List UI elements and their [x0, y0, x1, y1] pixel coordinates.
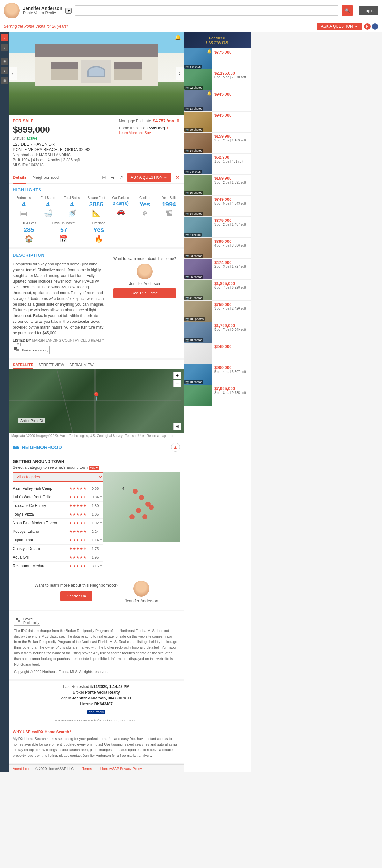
myidx-section: WHY USE myIDX Home Search? MyIDX Home Se…: [9, 726, 184, 762]
mortgage-row: Mortgage Estimate $4,757 /mo 🖩: [119, 119, 180, 123]
login-button[interactable]: Login: [359, 6, 378, 15]
property-images: ‹ › 🔔: [9, 32, 184, 115]
listing-item[interactable]: 📷 20 photos $945,000: [184, 112, 251, 132]
listing-item[interactable]: 📷 33 photos $899,000 4 bd | 4 ba | 3,886…: [184, 238, 251, 259]
listing-item[interactable]: 📷 41 photos $1,895,000 6 bd | 7 ba | 6,2…: [184, 280, 251, 301]
map-tab-satellite[interactable]: SATELLITE: [13, 363, 33, 369]
highlight-sqft: Square Feet 3886 📐: [85, 196, 107, 218]
search-button[interactable]: 🔍: [342, 5, 353, 16]
star-full-icon: ★: [69, 538, 72, 542]
mortgage-amount: $4,757 /mo: [153, 119, 174, 123]
map-zoom-in-btn[interactable]: +: [173, 372, 181, 379]
listing-thumbnail: 📷 14 photos: [184, 132, 212, 153]
notification-bell-icon[interactable]: 🔔: [175, 34, 181, 40]
ask-question-header-btn[interactable]: ASK A QUESTION →: [317, 23, 361, 30]
next-image-btn[interactable]: ›: [176, 67, 184, 80]
prev-image-btn[interactable]: ‹: [9, 67, 17, 80]
nbr-agent-avatar: [133, 581, 149, 596]
share-btn[interactable]: ↗: [119, 174, 123, 180]
poi-item: Palm Valley Fish Camp ★★★★★ 0.86 mi: [13, 484, 103, 493]
agent-login-link[interactable]: Agent Login: [13, 767, 32, 771]
bedrooms-label: Bedrooms: [13, 196, 34, 199]
facebook-icon[interactable]: f: [372, 23, 378, 30]
sqft-label: Square Feet: [85, 196, 107, 199]
address-line1: 128 DEER HAVEN DR: [13, 142, 114, 147]
map-fullscreen-btn[interactable]: ⊞: [173, 423, 181, 430]
home-icon[interactable]: ⌂: [1, 44, 8, 51]
map-tab-street[interactable]: STREET VIEW: [38, 363, 64, 369]
svg-rect-1: [16, 349, 19, 351]
contact-me-button[interactable]: Contact Me: [60, 591, 92, 601]
print-icon-btn[interactable]: ⊟: [102, 174, 106, 180]
star-full-icon: ★: [83, 487, 86, 491]
listing-item[interactable]: $7,995,000 8 bd | 8 ba | 9,735 sqft: [184, 385, 251, 406]
listing-price: $159,990: [214, 134, 249, 138]
listing-item[interactable]: $249,000: [184, 343, 251, 364]
close-details-btn[interactable]: ✕: [175, 174, 180, 181]
listing-info: $945,000: [212, 112, 251, 132]
property-main-info: FOR SALE $899,000 Status: active 128 DEE…: [13, 119, 114, 168]
see-home-button[interactable]: See This Home: [113, 288, 176, 298]
listing-thumbnail: 📷 16 photos: [184, 175, 212, 195]
tab-neighborhood[interactable]: Neighborhood: [33, 172, 59, 184]
listing-item[interactable]: 📷 14 photos $159,990 3 bd | 2 ba | 1,169…: [184, 132, 251, 154]
calculator-icon[interactable]: 🖩: [176, 119, 180, 123]
search-input[interactable]: [75, 5, 338, 16]
listing-item[interactable]: 🔔 📷 13 photos $945,000: [184, 91, 251, 112]
poi-item: Aqua Grill ★★★★★ 1.95 mi: [13, 553, 103, 562]
agent-dropdown[interactable]: ▾: [65, 8, 72, 14]
poi-distance: 2.24 mi: [89, 530, 103, 533]
map-controls: + −: [173, 372, 181, 388]
listing-item[interactable]: 📷 18 photos $1,799,000 5 bd | 7 ba | 5,3…: [184, 322, 251, 343]
listing-item[interactable]: 📷 92 photos $2,195,000 6 bd | 5 ba | 7,0…: [184, 69, 251, 91]
photo-count: 📷 86 photos: [184, 275, 203, 279]
close-sidebar-icon[interactable]: ✕: [1, 34, 8, 41]
listing-thumbnail: 📷 7 photos: [184, 217, 212, 238]
broker-footer-value: Ponte Vedra Realty: [85, 690, 120, 695]
poi-distance: 1.80 mi: [89, 504, 103, 507]
listing-details: 6 bd | 7 ba | 6,228 sqft: [214, 286, 249, 289]
listing-item[interactable]: 🔔 📷 8 photos $775,000: [184, 49, 251, 69]
listing-item[interactable]: 📷 18 photos $900,000 5 bd | 4 ba | 3,507…: [184, 364, 251, 385]
satellite-icon[interactable]: ⊞: [1, 58, 8, 65]
highlight-parking: Car Parking 3 car(s) 🚗: [110, 196, 131, 218]
tab-details[interactable]: Details: [13, 172, 26, 184]
star-full-icon: ★: [80, 504, 83, 508]
listing-item[interactable]: 📷 14 photos $749,000 5 bd | 5 ba | 4,543…: [184, 196, 251, 217]
grid-icon[interactable]: ⊟: [1, 77, 8, 84]
listing-details: 5 bd | 5 ba | 4,543 sqft: [214, 202, 249, 205]
poi-distance: 1.75 mi: [89, 547, 103, 551]
listing-thumbnail: 📷 86 photos: [184, 259, 212, 279]
listing-price: $249,000: [214, 344, 249, 349]
content-area: ‹ › 🔔 FOR SALE $899,000 Status: active 1…: [9, 32, 184, 772]
svg-rect-14: [18, 620, 20, 622]
print-btn[interactable]: 🖨: [110, 175, 115, 180]
privacy-link[interactable]: HomeASAP Privacy Policy: [100, 767, 142, 771]
listing-item[interactable]: 📷 9 photos $62,900 1 bd | 1 ba | 401 sqf…: [184, 154, 251, 175]
bed-icon: 🛏: [13, 209, 34, 218]
listing-item[interactable]: 📷 100 photos $759,000 3 bd | 4 ba | 2,42…: [184, 301, 251, 322]
idx-broker-logo: BrokerReciprocity: [14, 617, 40, 625]
ask-question-tab-btn[interactable]: ASK A QUESTION →: [127, 173, 171, 182]
star-full-icon: ★: [69, 504, 72, 508]
listing-item[interactable]: 📷 16 photos $169,900 3 bd | 2 ba | 1,391…: [184, 175, 251, 196]
learn-more-link[interactable]: Learn More and Save!: [119, 131, 154, 134]
list-icon[interactable]: ≡: [1, 67, 8, 74]
pinterest-icon[interactable]: P: [364, 23, 371, 30]
category-dropdown[interactable]: All categories: [13, 472, 103, 482]
map-zoom-out-btn[interactable]: −: [173, 380, 181, 388]
photo-count: 📷 41 photos: [184, 296, 203, 300]
collapse-neighborhood-btn[interactable]: ▲: [171, 443, 180, 452]
sqft: 3,886 sqft: [63, 158, 80, 162]
poi-item: Trasca & Co Eatery ★★★★★ 1.80 mi: [13, 501, 103, 510]
listing-item[interactable]: 📷 7 photos $375,000 3 bd | 2 ba | 1,487 …: [184, 217, 251, 238]
star-full-icon: ★: [69, 555, 72, 560]
listing-item[interactable]: 📷 86 photos $474,900 2 bd | 3 ba | 1,727…: [184, 259, 251, 280]
poi-distance: 1.05 mi: [89, 513, 103, 516]
terms-link[interactable]: Terms: [82, 767, 92, 771]
highlight-bedrooms: Bedrooms 4 🛏: [13, 196, 34, 218]
listing-thumbnail: 🔔 📷 13 photos: [184, 91, 212, 111]
info-icon[interactable]: ℹ: [167, 126, 169, 130]
map-tab-aerial[interactable]: AERIAL VIEW: [69, 363, 94, 369]
poi-items-container: Palm Valley Fish Camp ★★★★★ 0.86 mi Lulu…: [13, 484, 103, 570]
